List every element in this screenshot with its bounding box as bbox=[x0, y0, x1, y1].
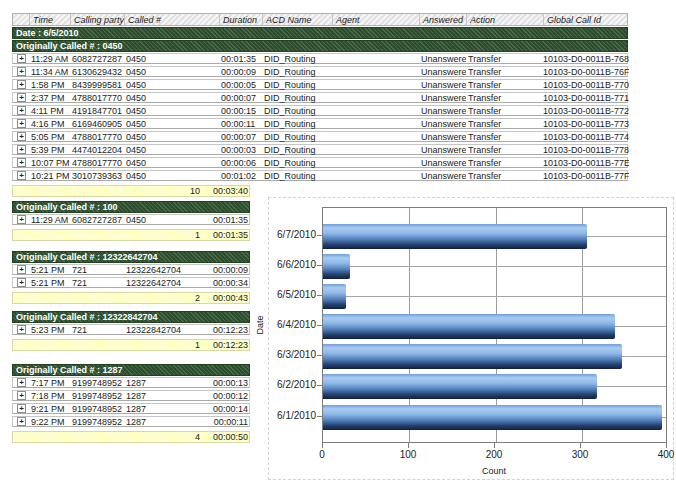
column-header-called-: Called # bbox=[124, 14, 219, 25]
time-cell: 1:58 PM bbox=[29, 80, 70, 90]
time-cell: 4:11 PM bbox=[29, 106, 70, 116]
y-axis-title: Date bbox=[255, 305, 267, 345]
answered-cell: Unanswered bbox=[419, 132, 466, 142]
summary-count: 1 bbox=[124, 230, 208, 240]
global-call-id-cell: 10103-D0-0011B-76F bbox=[543, 67, 629, 77]
acd-name-cell: DID_Routing bbox=[262, 145, 332, 155]
y-axis-tick bbox=[317, 385, 322, 386]
bar-6-2-2010 bbox=[323, 374, 597, 399]
expand-icon[interactable]: + bbox=[17, 391, 26, 400]
global-call-id-cell: 10103-D0-0011B-773 bbox=[543, 119, 629, 129]
called-group-header: Originally Called # : 12322642704 bbox=[12, 251, 250, 263]
action-cell: Transfer bbox=[466, 132, 543, 142]
x-axis-tick bbox=[494, 443, 495, 448]
table-row: +9:22 PM9199748952128700:00:11 bbox=[12, 416, 250, 427]
bar-6-6-2010 bbox=[323, 254, 350, 279]
expand-icon[interactable]: + bbox=[17, 378, 26, 387]
y-axis-tick bbox=[317, 295, 322, 296]
calling-party-cell: 4191847701 bbox=[70, 106, 124, 116]
duration-cell: 00:00:06 bbox=[219, 158, 262, 168]
expand-icon[interactable]: + bbox=[17, 132, 26, 141]
expand-cell: + bbox=[13, 404, 29, 413]
column-header-action: Action bbox=[466, 14, 543, 25]
time-cell: 2:37 PM bbox=[29, 93, 70, 103]
time-cell: 4:16 PM bbox=[29, 119, 70, 129]
y-axis-tick bbox=[317, 265, 322, 266]
expand-icon[interactable]: + bbox=[17, 265, 26, 274]
global-call-id-cell: 10103-D0-0011B-77E bbox=[543, 158, 629, 168]
table-row: +5:21 PM7211232264270400:00:34 bbox=[12, 277, 250, 288]
expand-icon[interactable]: + bbox=[17, 80, 26, 89]
called-cell: 0450 bbox=[124, 171, 219, 181]
time-cell: 5:39 PM bbox=[29, 145, 70, 155]
time-cell: 5:21 PM bbox=[29, 265, 70, 275]
calling-party-cell: 6130629432 bbox=[70, 67, 124, 77]
expand-icon[interactable]: + bbox=[17, 417, 26, 426]
duration-cell: 00:01:35 bbox=[219, 54, 262, 64]
expand-cell: + bbox=[13, 145, 29, 154]
called-group-header: Originally Called # : 100 bbox=[12, 201, 250, 213]
calling-party-cell: 6082727287 bbox=[70, 54, 124, 64]
time-cell: 5:21 PM bbox=[29, 278, 70, 288]
answered-cell: Unanswered bbox=[419, 93, 466, 103]
expand-icon[interactable]: + bbox=[17, 158, 26, 167]
calling-party-cell: 721 bbox=[70, 278, 124, 288]
expand-icon[interactable]: + bbox=[17, 404, 26, 413]
expand-cell: + bbox=[13, 391, 29, 400]
calling-party-cell: 6082727287 bbox=[70, 215, 124, 225]
expand-cell: + bbox=[13, 67, 29, 76]
summary-duration: 00:01:35 bbox=[208, 230, 251, 240]
duration-cell: 00:00:03 bbox=[219, 145, 262, 155]
acd-name-cell: DID_Routing bbox=[262, 119, 332, 129]
expand-icon[interactable]: + bbox=[17, 106, 26, 115]
table-row: +11:29 AM6082727287045000:01:35 bbox=[12, 214, 250, 225]
expand-icon[interactable]: + bbox=[17, 171, 26, 180]
action-cell: Transfer bbox=[466, 171, 543, 181]
table-row: +7:17 PM9199748952128700:00:13 bbox=[12, 377, 250, 388]
action-cell: Transfer bbox=[466, 145, 543, 155]
duration-cell: 00:01:35 bbox=[208, 215, 251, 225]
group-summary-row: 400:00:50 bbox=[12, 431, 250, 443]
duration-cell: 00:00:12 bbox=[208, 391, 251, 401]
x-tick-label: 400 bbox=[644, 449, 676, 460]
time-cell: 11:29 AM bbox=[29, 215, 70, 225]
called-cell: 0450 bbox=[124, 158, 219, 168]
x-tick-label: 300 bbox=[558, 449, 602, 460]
answered-cell: Unanswered bbox=[419, 106, 466, 116]
expand-icon[interactable]: + bbox=[17, 67, 26, 76]
table-row: +5:21 PM7211232264270400:00:09 bbox=[12, 264, 250, 275]
y-axis-tick bbox=[317, 416, 322, 417]
time-cell: 5:23 PM bbox=[29, 325, 70, 335]
x-axis-tick bbox=[666, 443, 667, 448]
expand-cell: + bbox=[13, 171, 29, 180]
expand-icon[interactable]: + bbox=[17, 145, 26, 154]
called-cell: 0450 bbox=[124, 67, 219, 77]
table-row: +11:34 AM6130629432045000:00:09DID_Routi… bbox=[12, 66, 628, 77]
x-tick-label: 0 bbox=[300, 449, 344, 460]
y-axis-tick bbox=[317, 325, 322, 326]
x-axis-tick bbox=[580, 443, 581, 448]
called-group-label: Originally Called # : 100 bbox=[16, 202, 118, 212]
expand-icon[interactable]: + bbox=[17, 119, 26, 128]
expand-icon[interactable]: + bbox=[17, 278, 26, 287]
table-row: +2:37 PM4788017770045000:00:07DID_Routin… bbox=[12, 92, 628, 103]
table-row: +5:05 PM4788017770045000:00:07DID_Routin… bbox=[12, 131, 628, 142]
calling-party-cell: 9199748952 bbox=[70, 417, 124, 427]
global-call-id-cell: 10103-D0-0011B-778 bbox=[543, 145, 629, 155]
expand-icon[interactable]: + bbox=[17, 54, 26, 63]
acd-name-cell: DID_Routing bbox=[262, 132, 332, 142]
expand-cell: + bbox=[13, 93, 29, 102]
acd-name-cell: DID_Routing bbox=[262, 158, 332, 168]
expand-cell: + bbox=[13, 325, 29, 334]
expand-icon[interactable]: + bbox=[17, 215, 26, 224]
expand-icon[interactable]: + bbox=[17, 93, 26, 102]
time-cell: 5:05 PM bbox=[29, 132, 70, 142]
column-header-time: Time bbox=[29, 14, 70, 25]
called-group-header: Originally Called # : 12322842704 bbox=[12, 311, 250, 323]
calling-party-cell: 4788017770 bbox=[70, 132, 124, 142]
expand-cell: + bbox=[13, 278, 29, 287]
expand-icon[interactable]: + bbox=[17, 325, 26, 334]
calling-party-cell: 4474012204 bbox=[70, 145, 124, 155]
date-group-header: Date : 6/5/2010 bbox=[12, 27, 628, 39]
action-cell: Transfer bbox=[466, 119, 543, 129]
